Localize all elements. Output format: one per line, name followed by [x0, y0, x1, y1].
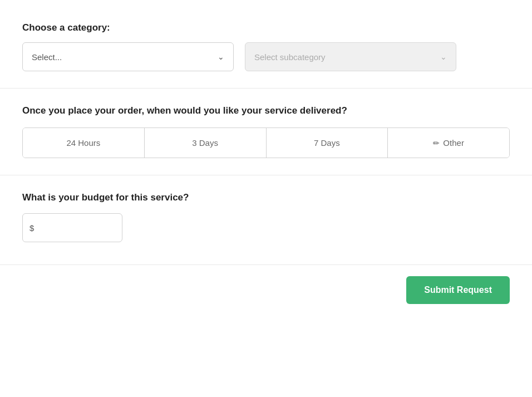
chevron-down-icon: ⌄	[440, 52, 447, 61]
delivery-option-24hours[interactable]: 24 Hours	[23, 128, 145, 158]
section-divider-1	[0, 88, 532, 89]
delivery-option-label: 3 Days	[192, 138, 218, 148]
category-dropdown-text: Select...	[32, 52, 62, 62]
budget-label: What is your budget for this service?	[22, 192, 510, 203]
delivery-section: Once you place your order, when would yo…	[22, 105, 510, 158]
delivery-option-other[interactable]: ✏ Other	[388, 128, 509, 158]
delivery-options-group: 24 Hours 3 Days 7 Days ✏ Other	[22, 128, 510, 158]
chevron-down-icon: ⌄	[218, 52, 224, 61]
dropdowns-row: Select... ⌄ Select subcategory ⌄	[22, 42, 510, 71]
dollar-sign: $	[29, 223, 34, 233]
subcategory-dropdown[interactable]: Select subcategory ⌄	[245, 42, 456, 71]
delivery-option-label: 24 Hours	[66, 138, 100, 148]
section-divider-2	[0, 175, 532, 175]
subcategory-dropdown-text: Select subcategory	[254, 52, 326, 62]
delivery-option-label: 7 Days	[314, 138, 340, 148]
page-container: Choose a category: Select... ⌄ Select su…	[0, 0, 532, 397]
delivery-option-label: Other	[443, 138, 464, 148]
delivery-label: Once you place your order, when would yo…	[22, 105, 510, 116]
pencil-icon: ✏	[433, 139, 440, 148]
budget-input-wrapper: $	[22, 213, 122, 242]
category-label: Choose a category:	[22, 22, 510, 33]
delivery-option-7days[interactable]: 7 Days	[267, 128, 388, 158]
category-section: Choose a category: Select... ⌄ Select su…	[22, 22, 510, 71]
category-dropdown[interactable]: Select... ⌄	[22, 42, 234, 71]
submit-button[interactable]: Submit Request	[406, 276, 510, 304]
budget-input[interactable]	[36, 223, 115, 233]
delivery-option-3days[interactable]: 3 Days	[145, 128, 267, 158]
bottom-bar: Submit Request	[22, 265, 510, 315]
budget-section: What is your budget for this service? $	[22, 192, 510, 242]
